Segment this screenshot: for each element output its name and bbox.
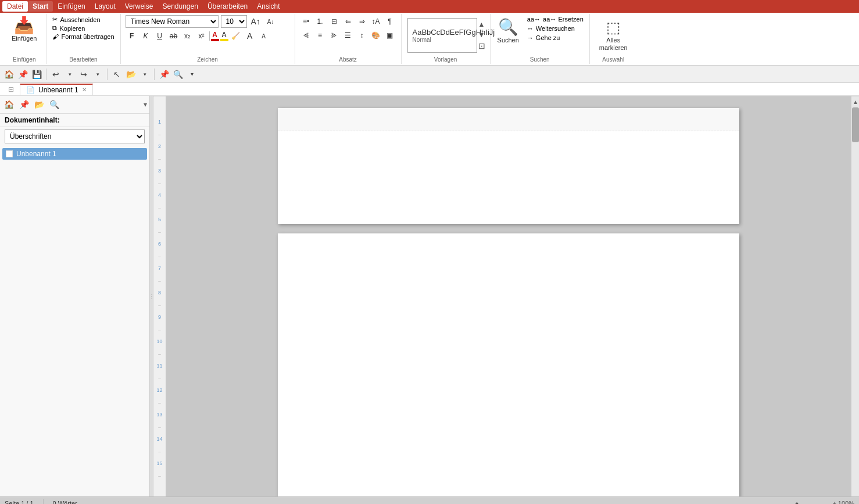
kopieren-label: Kopieren	[59, 25, 85, 32]
menu-verweise[interactable]: Verweise	[120, 1, 158, 12]
ausschneiden-btn[interactable]: ✂ Ausschneiden	[51, 15, 115, 24]
save-qa-btn[interactable]: 💾	[30, 68, 43, 81]
menu-sendungen[interactable]: Sendungen	[158, 1, 202, 12]
shading-btn[interactable]: 🎨	[370, 29, 382, 42]
page-content-area[interactable]	[278, 233, 739, 496]
open-dropdown-btn[interactable]: ▾	[138, 68, 151, 81]
bullets-btn[interactable]: ≡•	[300, 15, 313, 28]
shrink-font-btn[interactable]: A↓	[264, 15, 277, 28]
normal-style-box[interactable]: AaBbCcDdEeFfGgHhIiJj Normal	[407, 18, 477, 53]
align-right-btn[interactable]: ⫸	[328, 29, 341, 42]
einfuegen-button[interactable]: 📥 Einfügen	[7, 15, 41, 44]
ruler-v-dash-4: –	[153, 203, 166, 211]
pin-qa-btn[interactable]: 📌	[16, 68, 29, 81]
qa-expand-btn[interactable]: ▾	[185, 68, 198, 81]
undo-dropdown-btn[interactable]: ▾	[63, 68, 76, 81]
style-expand-icon[interactable]: ⊡	[478, 41, 485, 51]
menu-datei[interactable]: Datei	[2, 1, 28, 12]
scroll-track[interactable]	[851, 143, 859, 496]
line-spacing-btn[interactable]: ↕	[356, 29, 368, 42]
sidebar-pin-btn[interactable]: 📌	[17, 98, 30, 111]
sidebar-collapse-btn[interactable]: ▾	[144, 100, 147, 109]
style-arrows[interactable]: ▲ ▼ ⊡	[478, 18, 485, 53]
sidebar-filter-select[interactable]: Überschriften Seiten Alle	[5, 129, 145, 143]
borders-btn[interactable]: ▣	[384, 29, 396, 42]
zoom-controls[interactable]: — ●————— + 100%	[787, 500, 854, 505]
align-center-btn[interactable]: ≡	[314, 29, 327, 42]
indent-more-btn[interactable]: ⇒	[356, 15, 368, 28]
scroll-thumb[interactable]	[852, 107, 859, 142]
sidebar-home-btn[interactable]: 🏠	[2, 98, 15, 111]
grow-text-btn[interactable]: A	[244, 30, 256, 42]
kopieren-btn[interactable]: ⧉ Kopieren	[51, 24, 115, 33]
style-down-icon[interactable]: ▼	[478, 31, 485, 39]
ribbon-group-auswahl: ⬚ Allesmarkieren Auswahl	[590, 14, 637, 64]
justify-btn[interactable]: ☰	[342, 29, 355, 42]
home-qa-btn[interactable]: 🏠	[2, 68, 15, 81]
document-page[interactable]	[278, 108, 739, 224]
underline-btn[interactable]: U	[153, 30, 166, 42]
redo-qa-btn[interactable]: ↪	[77, 68, 90, 81]
clear-format-btn[interactable]: 🧹	[230, 30, 242, 42]
suchen-items: aa↔ aa↔ Ersetzen ↔ Weitersuchen → Gehe z…	[526, 15, 585, 42]
doc-tab-unbenannt1[interactable]: 📄 Unbenannt 1 ✕	[20, 84, 93, 95]
show-marks-btn[interactable]: ¶	[384, 15, 396, 28]
menu-start[interactable]: Start	[28, 1, 53, 12]
sidebar-folder-btn[interactable]: 📂	[33, 98, 45, 111]
style-preview: AaBbCcDdEeFfGgHhIiJj	[413, 28, 472, 37]
sidebar-item-unbenannt1[interactable]: Unbenannt 1	[2, 148, 147, 160]
numbering-btn[interactable]: 1.	[314, 15, 327, 28]
pin-doc-btn[interactable]: 📌	[158, 68, 170, 81]
suchen-button[interactable]: 🔍 Suchen	[495, 15, 521, 46]
sort-btn[interactable]: ↕A	[370, 15, 382, 28]
align-left-btn[interactable]: ⫷	[300, 29, 313, 42]
italic-btn[interactable]: K	[139, 30, 152, 42]
subscript-btn[interactable]: x₂	[181, 30, 194, 42]
weitersuchen-btn[interactable]: ↔ Weitersuchen	[526, 24, 585, 33]
undo-qa-btn[interactable]: ↩	[49, 68, 62, 81]
menu-layout[interactable]: Layout	[90, 1, 120, 12]
strikethrough-btn[interactable]: ab	[167, 30, 180, 42]
sidebar-item-label: Unbenannt 1	[16, 150, 56, 158]
font-selector[interactable]: Times New Roman Arial Calibri	[126, 15, 219, 28]
qa-separator-2	[107, 69, 108, 80]
highlight-color-btn[interactable]: A	[220, 31, 228, 42]
indent-less-btn[interactable]: ⇐	[342, 15, 355, 28]
scroll-up-btn[interactable]: ▲	[851, 96, 859, 107]
sidebar-search-btn[interactable]: 🔍	[48, 98, 60, 111]
menu-einfuegen[interactable]: Einfügen	[53, 1, 90, 12]
alles-markieren-button[interactable]: ⬚ Allesmarkieren	[595, 16, 632, 54]
ruler-h-tick-13: 13	[621, 96, 657, 96]
ruler-v-dash-2: –	[153, 154, 166, 163]
menu-ueberarbeiten[interactable]: Überarbeiten	[203, 1, 252, 12]
superscript-btn[interactable]: x²	[195, 30, 208, 42]
layout-toggle-btn[interactable]: ⊟	[5, 84, 17, 95]
format-uebertragen-btn[interactable]: 🖌 Format übertragen	[51, 33, 115, 41]
font-size-selector[interactable]: 10 11 12	[221, 15, 247, 28]
multilevel-btn[interactable]: ⊟	[328, 15, 341, 28]
open-qa-btn[interactable]: 📂	[124, 68, 137, 81]
search-qa-btn[interactable]: 🔍	[171, 68, 184, 81]
pages-container[interactable]	[166, 96, 851, 496]
font-color-btn[interactable]: A	[211, 31, 219, 42]
small-caps-btn[interactable]: A	[257, 30, 270, 42]
redo-dropdown-btn[interactable]: ▾	[91, 68, 104, 81]
bold-btn[interactable]: F	[126, 30, 138, 42]
ersetzen-btn[interactable]: aa↔ aa↔ Ersetzen	[526, 15, 585, 23]
ruler-h-tick-1: 1	[191, 96, 227, 96]
cursor-qa-btn[interactable]: ↖	[110, 68, 123, 81]
vertical-scrollbar[interactable]: ▲ ▼	[851, 96, 859, 496]
qa-separator-1	[46, 69, 46, 80]
ruler-h-tick-12: 12	[585, 96, 621, 96]
ruler-h-ticks: 123456789101112131415161718	[167, 96, 859, 96]
auswahl-group-label: Auswahl	[595, 56, 632, 63]
gehe-zu-btn[interactable]: → Gehe zu	[526, 34, 585, 42]
doc-tab-close-btn[interactable]: ✕	[82, 87, 87, 93]
grow-font-btn[interactable]: A↑	[249, 15, 262, 28]
style-up-icon[interactable]: ▲	[478, 20, 485, 28]
menu-ansicht[interactable]: Ansicht	[252, 1, 284, 12]
document-page-content[interactable]	[278, 233, 739, 496]
ruler-v-dash-1: –	[153, 130, 166, 138]
ruler-h-tick-18: 18	[800, 96, 836, 96]
ruler-v-dash-10: –	[153, 350, 166, 358]
